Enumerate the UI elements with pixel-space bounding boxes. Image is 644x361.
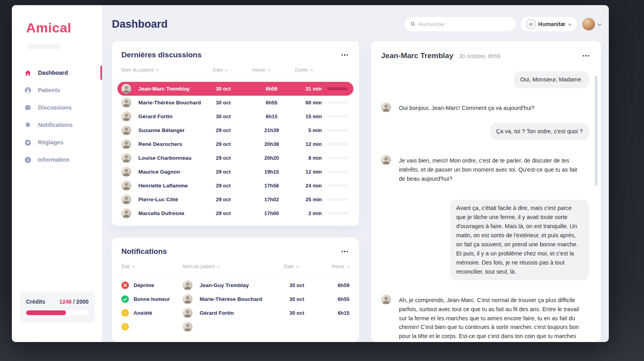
patient-avatar	[121, 167, 131, 177]
notification-row[interactable]	[112, 320, 359, 334]
patient-avatar	[121, 195, 131, 204]
sidebar-item[interactable]: Patients	[12, 81, 102, 99]
page-title: Dashboard	[112, 18, 168, 30]
sidebar-item[interactable]: Discussions	[12, 99, 102, 116]
duration-bar	[327, 198, 348, 201]
language-selector[interactable]: æ Humanitæ	[521, 17, 577, 31]
discussion-row[interactable]: Jean-Marc Tremblay 30 oct 6h59 31 min	[117, 82, 353, 96]
patient-name: Maurice Gagnon	[138, 169, 216, 175]
discussion-time: 6h59	[250, 86, 293, 92]
sidebar-item[interactable]: Information	[12, 151, 102, 168]
discussions-title: Dernières discussions	[121, 51, 202, 59]
chat-message-text: Je vais bien, merci! Mon ordre, c'est de…	[399, 154, 585, 183]
credits-value: 1248 / 2000	[59, 299, 89, 305]
search-bar[interactable]	[405, 17, 516, 31]
duration-bar	[327, 101, 348, 104]
patient-avatar	[121, 153, 131, 163]
chat-message-text: Ah, je comprends, Jean-Marc. C'est norma…	[399, 294, 585, 342]
patient-name: René Desrochers	[138, 141, 216, 147]
discussion-date: 30 oct	[216, 100, 250, 106]
discussion-row[interactable]: Louise Charbonneau 29 oct 20h20 8 min	[117, 151, 353, 165]
chat-message-text: Oui bonjour, Jean-Marc! Comment ça va au…	[399, 102, 534, 113]
discussions-card: Dernières discussions Nom du patient Dat…	[112, 41, 359, 226]
topbar: Dashboard æ Humanitæ	[112, 16, 601, 32]
notification-state: Anxiété	[134, 310, 183, 316]
sort-date[interactable]: Date	[213, 67, 252, 73]
sort-date[interactable]: Date	[284, 264, 327, 269]
discussion-row[interactable]: Pierre-Luc Côté 29 oct 17h02 25 min	[117, 193, 353, 206]
notification-date: 30 oct	[289, 282, 327, 288]
assistant-avatar	[381, 155, 391, 165]
sort-state[interactable]: État	[121, 264, 183, 269]
sidebar-item[interactable]: Réglages	[12, 134, 102, 151]
discussions-table-body: Jean-Marc Tremblay 30 oct 6h59 31 min Ma…	[112, 78, 359, 226]
notification-date: 30 oct	[289, 296, 327, 302]
sort-time[interactable]: Heure	[252, 67, 295, 73]
sort-name[interactable]: Nom du patient	[121, 67, 213, 73]
credits-label: Crédits	[26, 299, 45, 305]
app-window: Amical Dashboard Patients Discussions No…	[12, 5, 609, 342]
patient-name: Louise Charbonneau	[138, 155, 216, 161]
patient-name: Jean-Guy Tremblay	[200, 282, 289, 288]
discussions-table-header: Nom du patient Date Heure Durée	[112, 65, 359, 77]
discussion-row[interactable]: Gérard Fortin 30 oct 6h15 15 min	[117, 110, 353, 123]
sidebar-nav: Dashboard Patients Discussions Notificat…	[12, 64, 102, 168]
notification-time: 6h15	[327, 310, 349, 316]
discussion-duration: 12 min	[293, 169, 322, 175]
discussion-date: 29 oct	[216, 141, 250, 147]
sort-duration[interactable]: Durée	[295, 67, 349, 73]
chat-date: 30 octobre, 6h59	[459, 53, 500, 59]
discussion-time: 17h56	[250, 183, 293, 189]
search-icon	[410, 21, 415, 27]
patient-avatar	[121, 139, 131, 149]
sort-time[interactable]: Heure	[327, 264, 349, 269]
discussion-row[interactable]: Maurice Gagnon 29 oct 19h15 12 min	[117, 165, 353, 179]
chat-message: Avant ça, c'était facile à dire, mais c'…	[381, 200, 589, 280]
ae-glyph-icon: æ	[527, 20, 535, 28]
notification-row[interactable]: Bonne humeur Marie-Thérèse Bouchard 30 o…	[112, 292, 359, 306]
credits-progressbar-fill	[26, 310, 66, 315]
sidebar-item-icon	[24, 156, 32, 164]
discussion-date: 29 oct	[216, 127, 250, 133]
patient-name: Jean-Marc Tremblay	[138, 86, 216, 92]
search-input[interactable]	[418, 21, 510, 27]
discussion-time: 21h39	[250, 127, 293, 133]
discussion-row[interactable]: Marie-Thérèse Bouchard 30 oct 6h55 60 mi…	[117, 96, 353, 110]
sidebar-item-label: Information	[38, 157, 70, 163]
duration-bar	[327, 212, 348, 215]
sidebar-item-icon	[24, 104, 32, 112]
discussions-menu-button[interactable]	[340, 53, 350, 57]
discussion-row[interactable]: Suzanne Bélanger 29 oct 21h39 5 min	[117, 123, 353, 137]
sidebar-item-label: Réglages	[38, 139, 63, 146]
discussion-row[interactable]: René Desrochers 29 oct 20h38 12 min	[117, 137, 353, 151]
discussion-time: 17h02	[250, 197, 293, 202]
chat-menu-button[interactable]	[581, 53, 591, 58]
main-area: Dashboard æ Humanitæ	[102, 5, 609, 342]
sidebar-item[interactable]: Dashboard	[12, 64, 102, 81]
discussion-row[interactable]: Marcella Dufresne 29 oct 17h00 2 min	[117, 206, 353, 220]
duration-bar	[327, 184, 348, 187]
patient-avatar	[121, 84, 131, 94]
chevron-down-icon	[568, 22, 572, 26]
discussion-duration: 8 min	[293, 155, 322, 161]
sidebar-item-label: Discussions	[38, 104, 72, 111]
chat-panel: Jean-Marc Tremblay 30 octobre, 6h59 Oui,…	[371, 41, 601, 342]
chat-scrollbar[interactable]	[595, 76, 597, 186]
assistant-avatar	[381, 295, 391, 304]
status-icon	[121, 323, 129, 331]
notifications-menu-button[interactable]	[340, 249, 350, 254]
patient-name: Pierre-Luc Côté	[138, 197, 216, 202]
discussion-row[interactable]: Henriette Laflamme 29 oct 17h56 24 min	[117, 179, 353, 193]
discussion-date: 29 oct	[216, 210, 250, 216]
sidebar-item[interactable]: Notifications	[12, 116, 102, 134]
patient-avatar	[121, 208, 131, 218]
patient-name: Marie-Thérèse Bouchard	[138, 100, 216, 106]
sort-name[interactable]: Nom du patient	[183, 264, 284, 269]
discussion-duration: 12 min	[293, 141, 322, 147]
user-menu[interactable]	[582, 18, 601, 30]
discussion-date: 29 oct	[216, 169, 250, 175]
user-avatar[interactable]	[582, 18, 595, 30]
discussion-duration: 2 min	[293, 210, 322, 216]
notification-row[interactable]: Déprime Jean-Guy Tremblay 30 oct 6h59	[112, 278, 359, 292]
notification-row[interactable]: Anxiété Gérard Fortin 30 oct 6h15	[112, 306, 359, 320]
